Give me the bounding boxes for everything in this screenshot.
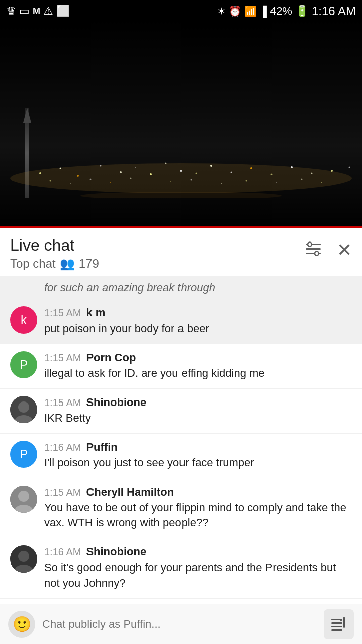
video-progress-bar[interactable] [0,226,362,228]
video-content [0,22,362,228]
chat-username: Puffin [86,441,117,454]
chat-message: 1:16 AM Shinobione So it's good enough f… [0,538,362,599]
chat-message: P 1:16 AM Puffin I'll poison you just to… [0,434,362,478]
m-icon: M [33,6,40,17]
warning-icon: ⚠ [43,5,53,18]
emoji-button[interactable]: 🙂 [8,611,35,638]
battery-percent: 42% [270,5,292,18]
svg-point-6 [135,167,136,168]
svg-point-4 [100,165,102,167]
smiley-icon: 🙂 [13,615,31,633]
live-chat-header: Live chat Top chat 👥 179 ✕ [0,228,362,271]
svg-point-26 [221,183,222,184]
svg-point-0 [10,163,352,193]
chat-time: 1:15 AM [44,352,81,364]
chat-time: 1:16 AM [44,546,81,558]
crown-icon: ♛ [6,5,16,18]
avatar [10,545,37,573]
chat-username: k m [86,306,105,319]
svg-point-38 [18,401,29,413]
chat-messages-list: k 1:15 AM k m put poison in your body fo… [0,299,362,643]
chat-text: So it's good enough for your parents and… [44,561,336,589]
svg-point-16 [311,173,313,174]
wifi-icon: 📶 [244,5,257,17]
svg-point-3 [77,175,79,177]
svg-point-31 [80,192,282,198]
svg-rect-50 [343,617,345,628]
chat-content: 1:16 AM Puffin I'll poison you just to s… [44,441,352,471]
close-button[interactable]: ✕ [337,241,352,259]
signal-icon: ▐ [260,6,267,17]
svg-point-15 [291,166,293,168]
chat-username: Porn Cop [86,351,136,364]
svg-point-1 [39,172,41,174]
svg-point-35 [308,243,312,247]
chat-content: 1:16 AM Shinobione So it's good enough f… [44,545,352,591]
chat-text: You have to be out of your flippin mind … [44,501,346,529]
svg-point-44 [18,551,29,562]
send-button[interactable] [324,609,354,639]
viewer-icon: 👥 [60,257,75,271]
chat-message: 1:15 AM Shinobione IKR Betty [0,389,362,434]
svg-point-5 [120,171,122,173]
video-player[interactable] [0,22,362,228]
bluetooth-icon: ✶ [217,5,226,17]
chat-header-icons: ✕ [304,235,352,261]
svg-point-27 [246,180,247,182]
chat-text: put poison in your body for a beer [44,322,209,335]
chat-text: illegal to ask for ID. are you effing ki… [44,367,265,379]
svg-point-19 [50,180,51,182]
viewer-count: 179 [79,257,99,271]
chat-meta: 1:15 AM Cheryll Hamilton [44,486,352,499]
svg-point-11 [210,165,212,167]
top-chat-label[interactable]: Top chat [10,257,56,271]
status-icons-right: ✶ ⏰ 📶 ▐ 42% 🔋 1:16 AM [217,4,356,18]
chat-content: 1:15 AM Shinobione IKR Betty [44,396,352,426]
svg-point-29 [301,179,303,180]
chat-meta: 1:15 AM k m [44,306,352,319]
live-chat-title-area: Live chat Top chat 👥 179 [10,235,99,271]
chat-time: 1:15 AM [44,397,81,409]
svg-point-36 [315,252,319,256]
image-icon: ⬜ [56,5,70,18]
avatar [10,396,37,423]
status-bar: ♛ ▭ M ⚠ ⬜ ✶ ⏰ 📶 ▐ 42% 🔋 1:16 AM [0,0,362,22]
svg-point-18 [349,167,350,168]
svg-rect-49 [331,629,342,631]
folder-icon: ▭ [19,5,30,18]
chat-time: 1:16 AM [44,442,81,453]
svg-point-12 [231,172,232,173]
live-chat-subtitle: Top chat 👥 179 [10,257,99,271]
chat-username: Shinobione [86,545,146,558]
svg-rect-48 [331,626,342,627]
live-chat-title: Live chat [10,235,99,255]
svg-point-8 [165,163,167,164]
city-lights [0,138,362,198]
filter-button[interactable] [304,239,323,261]
chat-content: 1:15 AM Porn Cop illegal to ask for ID. … [44,351,352,381]
svg-point-41 [18,491,29,502]
status-icons-left: ♛ ▭ M ⚠ ⬜ [6,5,70,18]
svg-rect-47 [331,622,342,624]
message-input-area: 🙂 [0,604,362,644]
chat-username: Cheryll Hamilton [86,486,174,499]
svg-point-23 [130,178,132,179]
chat-meta: 1:15 AM Shinobione [44,396,352,409]
alarm-icon: ⏰ [229,5,241,17]
svg-point-24 [170,181,171,182]
avatar: k [10,306,37,334]
chat-meta: 1:16 AM Puffin [44,441,352,454]
svg-point-10 [196,173,197,174]
battery-icon: 🔋 [295,5,309,18]
svg-point-9 [180,170,182,172]
chat-text: IKR Betty [44,412,91,424]
chat-meta: 1:16 AM Shinobione [44,545,352,558]
chat-text: I'll poison you just to see your face tr… [44,456,254,469]
chat-meta: 1:15 AM Porn Cop [44,351,352,364]
svg-point-2 [60,168,61,169]
svg-point-21 [90,179,92,180]
chat-message: P 1:15 AM Porn Cop illegal to ask for ID… [0,344,362,389]
svg-point-22 [110,182,111,183]
chat-time: 1:15 AM [44,487,81,498]
chat-input[interactable] [42,618,317,631]
